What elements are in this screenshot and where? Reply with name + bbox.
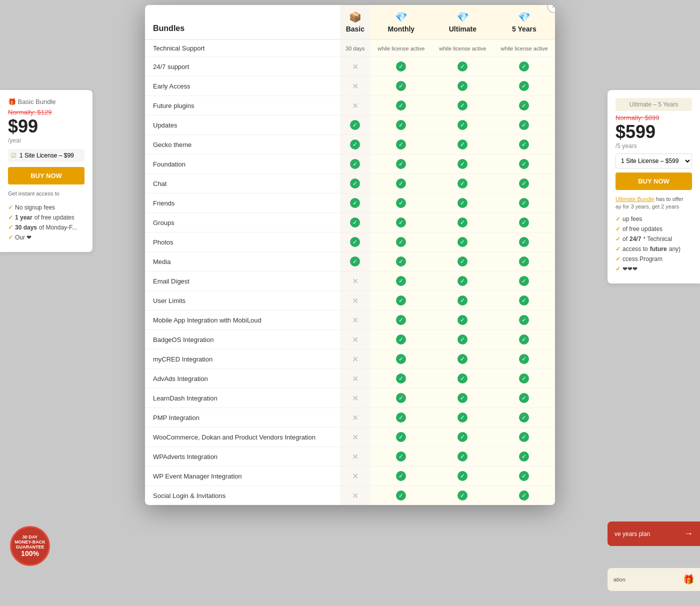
basic-value: ✕ bbox=[340, 310, 370, 330]
table-row: WPAdverts Integration✕✓✓✓ bbox=[145, 447, 555, 466]
check-icon: ✓ bbox=[350, 159, 360, 169]
check-icon: ✓ bbox=[350, 140, 360, 150]
check-icon: ✓ bbox=[519, 490, 529, 500]
check-icon: ✓ bbox=[519, 218, 529, 228]
table-row: LearnDash Integration✕✓✓✓ bbox=[145, 388, 555, 408]
monthly-value: ✓ bbox=[370, 116, 432, 135]
feature-label: 24/7 support bbox=[145, 57, 340, 76]
ultimate-value: ✓ bbox=[432, 174, 494, 194]
feature-label: Media bbox=[145, 252, 340, 272]
comparison-modal: × Bundles 📦 Basic 💎 Monthly bbox=[145, 5, 555, 505]
cross-icon: ✕ bbox=[352, 414, 358, 422]
monthly-value: ✓ bbox=[370, 388, 432, 408]
basic-value: ✕ bbox=[340, 330, 370, 350]
check-icon: ✓ bbox=[350, 120, 360, 130]
check-icon: ✓ bbox=[458, 393, 468, 403]
check-icon: ✓ bbox=[396, 140, 406, 150]
check-icon: ✓ bbox=[396, 159, 406, 169]
ultimate-value: ✓ bbox=[432, 369, 494, 388]
check-icon: ✓ bbox=[519, 354, 529, 364]
ultimate-value: ✓ bbox=[432, 135, 494, 154]
feature-label: Foundation bbox=[145, 154, 340, 174]
table-row: Social Login & Invitations✕✓✓✓ bbox=[145, 486, 555, 506]
feature-label: Mobile App Integration with MobiLoud bbox=[145, 310, 340, 330]
ultimate-value: ✓ bbox=[432, 486, 494, 506]
check-icon: ✓ bbox=[458, 81, 468, 91]
feature-label: AdvAds Integration bbox=[145, 369, 340, 388]
check-icon: ✓ bbox=[458, 140, 468, 150]
table-row: myCRED Integration✕✓✓✓ bbox=[145, 350, 555, 369]
fiveyears-value: ✓ bbox=[494, 350, 555, 369]
ultimate-value: ✓ bbox=[432, 96, 494, 116]
monthly-value: ✓ bbox=[370, 76, 432, 96]
feature-label: BadgeOS Integration bbox=[145, 330, 340, 350]
header-bundles: Bundles bbox=[145, 5, 340, 40]
fiveyears-value: ✓ bbox=[494, 369, 555, 388]
monthly-value: ✓ bbox=[370, 369, 432, 388]
feature-label: Gecko theme bbox=[145, 135, 340, 154]
fiveyears-value: ✓ bbox=[494, 174, 555, 194]
check-icon: ✓ bbox=[458, 412, 468, 422]
ultimate-value: ✓ bbox=[432, 310, 494, 330]
fiveyears-value: ✓ bbox=[494, 486, 555, 506]
check-icon: ✓ bbox=[519, 374, 529, 384]
check-icon: ✓ bbox=[396, 296, 406, 306]
fiveyears-value: ✓ bbox=[494, 310, 555, 330]
table-row: Photos✓✓✓✓ bbox=[145, 232, 555, 252]
cross-icon: ✕ bbox=[352, 82, 358, 90]
cross-icon: ✕ bbox=[352, 62, 358, 71]
cross-icon: ✕ bbox=[352, 296, 358, 305]
monthly-value: ✓ bbox=[370, 213, 432, 232]
check-icon: ✓ bbox=[396, 178, 406, 188]
cross-icon: ✕ bbox=[352, 394, 358, 402]
check-icon: ✓ bbox=[396, 354, 406, 364]
table-row: User Limits✕✓✓✓ bbox=[145, 291, 555, 310]
fiveyears-icon: 💎 bbox=[498, 11, 551, 23]
check-icon: ✓ bbox=[458, 296, 468, 306]
check-icon: ✓ bbox=[519, 276, 529, 286]
fiveyears-value: ✓ bbox=[494, 272, 555, 291]
feature-label: Social Login & Invitations bbox=[145, 486, 340, 506]
cross-icon: ✕ bbox=[352, 316, 358, 324]
check-icon: ✓ bbox=[458, 256, 468, 266]
monthly-value: ✓ bbox=[370, 135, 432, 154]
check-icon: ✓ bbox=[519, 237, 529, 247]
header-fiveyears: 💎 5 Years bbox=[494, 5, 555, 40]
check-icon: ✓ bbox=[396, 334, 406, 344]
check-icon: ✓ bbox=[519, 315, 529, 325]
monthly-value: ✓ bbox=[370, 154, 432, 174]
check-icon: ✓ bbox=[458, 354, 468, 364]
ultimate-value: ✓ bbox=[432, 350, 494, 369]
ultimate-value: ✓ bbox=[432, 388, 494, 408]
feature-label: Chat bbox=[145, 174, 340, 194]
basic-value: ✕ bbox=[340, 388, 370, 408]
cross-icon: ✕ bbox=[352, 452, 358, 461]
cross-icon: ✕ bbox=[352, 277, 358, 286]
check-icon: ✓ bbox=[458, 315, 468, 325]
ultimate-value: ✓ bbox=[432, 154, 494, 174]
check-icon: ✓ bbox=[519, 62, 529, 72]
check-icon: ✓ bbox=[350, 178, 360, 188]
check-icon: ✓ bbox=[396, 432, 406, 442]
table-row: Friends✓✓✓✓ bbox=[145, 194, 555, 213]
fiveyears-value: ✓ bbox=[494, 252, 555, 272]
cross-icon: ✕ bbox=[352, 102, 358, 110]
monthly-value: ✓ bbox=[370, 350, 432, 369]
fiveyears-value: ✓ bbox=[494, 447, 555, 466]
check-icon: ✓ bbox=[458, 159, 468, 169]
check-icon: ✓ bbox=[458, 432, 468, 442]
table-row: Foundation✓✓✓✓ bbox=[145, 154, 555, 174]
check-icon: ✓ bbox=[519, 120, 529, 130]
monthly-value: while license active bbox=[370, 40, 432, 57]
monthly-value: ✓ bbox=[370, 330, 432, 350]
cross-icon: ✕ bbox=[352, 374, 358, 383]
basic-value: ✓ bbox=[340, 213, 370, 232]
feature-label: Future plugins bbox=[145, 96, 340, 116]
basic-value: ✓ bbox=[340, 252, 370, 272]
check-icon: ✓ bbox=[396, 490, 406, 500]
basic-value: ✕ bbox=[340, 369, 370, 388]
check-icon: ✓ bbox=[458, 120, 468, 130]
table-row: WooCommerce, Dokan and Product Vendors I… bbox=[145, 428, 555, 447]
feature-label: WPAdverts Integration bbox=[145, 447, 340, 466]
monthly-value: ✓ bbox=[370, 486, 432, 506]
